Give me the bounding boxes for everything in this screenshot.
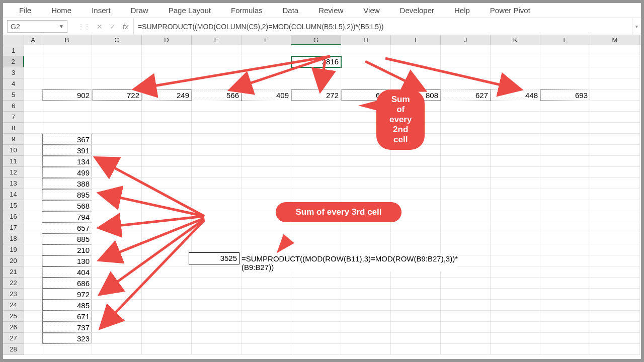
cell-G15[interactable] [291, 200, 341, 211]
cell-K11[interactable] [491, 156, 540, 167]
cell-B2[interactable] [42, 56, 92, 67]
cell-B20[interactable]: 130 [42, 255, 92, 266]
cell-L1[interactable] [540, 45, 590, 56]
cell-B1[interactable] [42, 45, 92, 56]
cell-B17[interactable]: 657 [42, 222, 92, 233]
cell-D2[interactable] [142, 56, 192, 67]
cell-K8[interactable] [491, 123, 540, 134]
row-header-12[interactable]: 12 [3, 167, 24, 178]
cell-B16[interactable]: 794 [42, 211, 92, 222]
cell-C10[interactable] [92, 145, 142, 156]
cell-B9[interactable]: 367 [42, 134, 92, 145]
cell-M26[interactable] [590, 322, 640, 333]
cell-G8[interactable] [291, 123, 341, 134]
cell-A15[interactable] [24, 200, 42, 211]
cell-C17[interactable] [92, 222, 142, 233]
cell-I16[interactable] [391, 211, 441, 222]
col-header-C[interactable]: C [92, 35, 142, 45]
col-header-H[interactable]: H [341, 35, 391, 45]
cell-I15[interactable] [391, 200, 441, 211]
cancel-icon[interactable]: ✕ [97, 23, 103, 31]
cell-K5[interactable]: 448 [491, 89, 540, 101]
cell-L18[interactable] [540, 233, 590, 244]
cell-D28[interactable] [142, 344, 192, 355]
cell-F18[interactable] [242, 233, 291, 244]
cell-B14[interactable]: 895 [42, 189, 92, 200]
cell-C2[interactable] [92, 56, 142, 67]
cell-B3[interactable] [42, 67, 92, 78]
cell-I24[interactable] [391, 300, 441, 311]
cell-F12[interactable] [242, 167, 291, 178]
col-header-B[interactable]: B [42, 35, 92, 45]
cell-D24[interactable] [142, 300, 192, 311]
cell-B7[interactable] [42, 112, 92, 123]
cell-H28[interactable] [341, 344, 391, 355]
cell-F19[interactable] [242, 244, 291, 255]
cell-A23[interactable] [24, 289, 42, 300]
cell-L17[interactable] [540, 222, 590, 233]
cell-L10[interactable] [540, 145, 590, 156]
cell-G22[interactable] [291, 278, 341, 289]
cell-B4[interactable] [42, 78, 92, 89]
tab-draw[interactable]: Draw [121, 6, 158, 15]
cell-B8[interactable] [42, 123, 92, 134]
cell-L19[interactable] [540, 244, 590, 255]
cell-L7[interactable] [540, 112, 590, 123]
cell-I2[interactable] [391, 56, 441, 67]
row-header-6[interactable]: 6 [3, 101, 24, 112]
cell-E19[interactable] [192, 244, 242, 255]
cell-M11[interactable] [590, 156, 640, 167]
cell-G25[interactable] [291, 311, 341, 322]
cell-E26[interactable] [192, 322, 242, 333]
cell-K22[interactable] [491, 278, 540, 289]
cell-M25[interactable] [590, 311, 640, 322]
cell-D26[interactable] [142, 322, 192, 333]
cell-J26[interactable] [441, 322, 491, 333]
cell-M8[interactable] [590, 123, 640, 134]
cell-M17[interactable] [590, 222, 640, 233]
cell-B15[interactable]: 568 [42, 200, 92, 211]
tab-developer[interactable]: Developer [390, 6, 444, 15]
row-header-9[interactable]: 9 [3, 134, 24, 145]
cell-E8[interactable] [192, 123, 242, 134]
cell-C18[interactable] [92, 233, 142, 244]
cell-B24[interactable]: 485 [42, 300, 92, 311]
cell-A18[interactable] [24, 233, 42, 244]
cell-J3[interactable] [441, 67, 491, 78]
cell-L4[interactable] [540, 78, 590, 89]
cell-J4[interactable] [441, 78, 491, 89]
cell-K7[interactable] [491, 112, 540, 123]
tab-file[interactable]: File [9, 6, 41, 15]
cell-B23[interactable]: 972 [42, 289, 92, 300]
cell-C4[interactable] [92, 78, 142, 89]
cell-H17[interactable] [341, 222, 391, 233]
row-header-26[interactable]: 26 [3, 322, 24, 333]
cell-L24[interactable] [540, 300, 590, 311]
row-header-28[interactable]: 28 [3, 344, 24, 355]
cell-I14[interactable] [391, 189, 441, 200]
cell-J25[interactable] [441, 311, 491, 322]
cell-J20[interactable] [441, 255, 491, 266]
cell-M15[interactable] [590, 200, 640, 211]
col-header-M[interactable]: M [590, 35, 640, 45]
cell-B21[interactable]: 404 [42, 266, 92, 278]
cell-M1[interactable] [590, 45, 640, 56]
cell-H8[interactable] [341, 123, 391, 134]
cell-A26[interactable] [24, 322, 42, 333]
cell-A9[interactable] [24, 134, 42, 145]
cell-E16[interactable] [192, 211, 242, 222]
cell-J7[interactable] [441, 112, 491, 123]
cell-J13[interactable] [441, 178, 491, 189]
cell-L20[interactable] [540, 255, 590, 266]
cell-B22[interactable]: 686 [42, 278, 92, 289]
cell-L12[interactable] [540, 167, 590, 178]
cell-K2[interactable] [491, 56, 540, 67]
cell-K21[interactable] [491, 266, 540, 278]
row-header-2[interactable]: 2 [3, 56, 24, 67]
cell-G12[interactable] [291, 167, 341, 178]
col-header-A[interactable]: A [24, 35, 42, 45]
cell-M24[interactable] [590, 300, 640, 311]
cell-K17[interactable] [491, 222, 540, 233]
cell-F20[interactable] [242, 255, 291, 266]
cell-K25[interactable] [491, 311, 540, 322]
